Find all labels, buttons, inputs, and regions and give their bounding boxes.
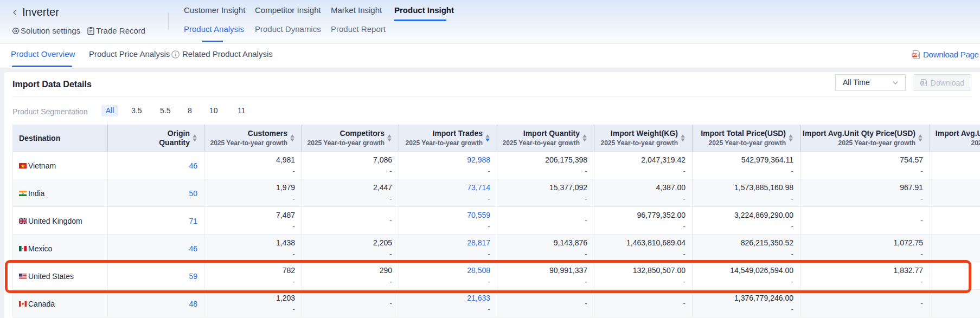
svg-text:PDF: PDF: [912, 54, 917, 57]
